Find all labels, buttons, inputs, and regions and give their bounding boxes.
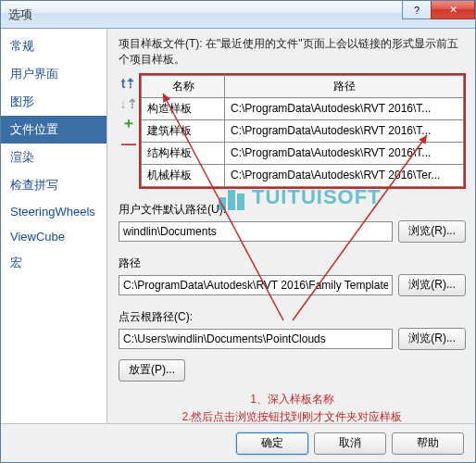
browse-button-3[interactable]: 浏览(R)...	[398, 328, 466, 350]
user-files-input[interactable]	[119, 221, 393, 242]
family-path-label: 路径	[119, 256, 466, 271]
annotation-text: 1、深入样板名称 2.然后点击浏览按钮找到刚才文件夹对应样板	[119, 391, 466, 423]
table-row: 建筑样板 C:\ProgramData\Autodesk\RVT 2016\T.…	[142, 119, 464, 142]
table-row: 机械样板 C:\ProgramData\Autodesk\RVT 2016\Te…	[142, 164, 464, 186]
sidebar-item-graphics[interactable]: 图形	[1, 88, 106, 116]
sidebar-item-spellcheck[interactable]: 检查拼写	[1, 171, 106, 199]
template-description: 项目样板文件(T): 在"最近使用的文件"页面上会以链接的形式显示前五个项目样板…	[119, 36, 466, 68]
add-icon[interactable]: ＋	[120, 116, 137, 132]
browse-button-1[interactable]: 浏览(R)...	[398, 220, 466, 243]
sidebar: 常规 用户界面 图形 文件位置 渲染 检查拼写 SteeringWheels V…	[1, 29, 107, 423]
help-button[interactable]: 帮助	[392, 432, 464, 455]
options-dialog: 选项 ? ✕ 常规 用户界面 图形 文件位置 渲染 检查拼写 SteeringW…	[0, 0, 476, 463]
main-panel: 项目样板文件(T): 在"最近使用的文件"页面上会以链接的形式显示前五个项目样板…	[107, 29, 475, 423]
window-controls: ? ✕	[403, 1, 475, 19]
sidebar-item-render[interactable]: 渲染	[1, 144, 106, 171]
move-down-icon[interactable]: ↓⇡	[120, 95, 137, 112]
cancel-button[interactable]: 取消	[314, 432, 386, 455]
help-window-button[interactable]: ?	[402, 1, 432, 19]
th-name: 名称	[142, 75, 225, 97]
template-table[interactable]: 名称 路径 构造样板 C:\ProgramData\Autodesk\RVT 2…	[139, 73, 466, 189]
sidebar-item-macro[interactable]: 宏	[1, 249, 106, 277]
sidebar-item-file-locations[interactable]: 文件位置	[1, 116, 106, 144]
ok-button[interactable]: 确定	[236, 432, 308, 455]
family-path-input[interactable]	[119, 275, 393, 295]
window-title: 选项	[1, 6, 32, 23]
sidebar-item-ui[interactable]: 用户界面	[1, 60, 106, 88]
pointcloud-label: 点云根路径(C):	[119, 309, 466, 325]
user-files-label: 用户文件默认路径(U):	[119, 202, 466, 218]
browse-button-2[interactable]: 浏览(R)...	[398, 274, 466, 296]
table-row: 结构样板 C:\ProgramData\Autodesk\RVT 2016\T.…	[142, 142, 464, 164]
sidebar-item-steeringwheels[interactable]: SteeringWheels	[1, 199, 106, 224]
titlebar: 选项 ? ✕	[1, 1, 475, 29]
place-button[interactable]: 放置(P)...	[119, 359, 185, 382]
dialog-footer: 确定 取消 帮助	[1, 423, 475, 462]
pointcloud-input[interactable]	[119, 329, 393, 349]
table-row: 构造样板 C:\ProgramData\Autodesk\RVT 2016\T.…	[142, 97, 464, 119]
sidebar-item-general[interactable]: 常规	[1, 32, 106, 60]
th-path: 路径	[225, 75, 464, 97]
move-up-icon[interactable]: t⇡	[120, 75, 137, 92]
sidebar-item-viewcube[interactable]: ViewCube	[1, 224, 106, 249]
close-window-button[interactable]: ✕	[431, 1, 475, 19]
remove-icon[interactable]: —	[120, 136, 137, 153]
